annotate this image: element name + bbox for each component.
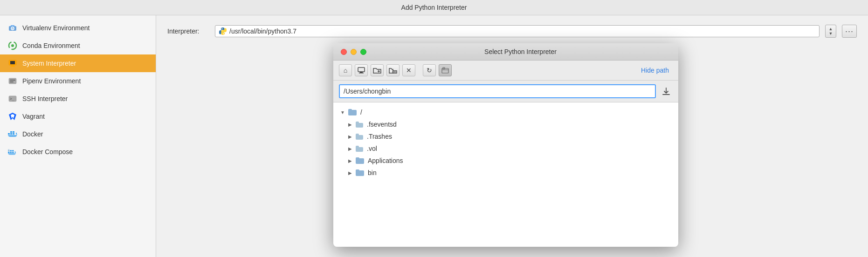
select-interpreter-dialog: Select Python Interpreter ⌂ — [333, 43, 678, 247]
svg-point-18 — [16, 133, 17, 134]
more-button[interactable]: ··· — [842, 25, 857, 38]
svg-point-3 — [11, 44, 14, 47]
sidebar-item-pipenv-label: Pipenv Environment — [22, 77, 81, 85]
sidebar-item-system[interactable]: System Interpreter — [0, 54, 156, 72]
sidebar-item-vagrant-label: Vagrant — [22, 113, 45, 120]
tree-item-vol[interactable]: ▶ .vol — [335, 142, 676, 155]
tree-arrow-trashes: ▶ — [346, 133, 354, 140]
sidebar-item-vagrant[interactable]: Vagrant — [0, 108, 156, 125]
tree-label-bin: bin — [368, 169, 377, 176]
svg-rect-30 — [360, 72, 363, 73]
svg-rect-6 — [11, 65, 14, 66]
tree-label-root: / — [360, 108, 362, 116]
maximize-button[interactable] — [360, 49, 366, 55]
tree-arrow-applications: ▶ — [346, 157, 354, 164]
folder-icon-fseventsd — [356, 122, 363, 128]
interpreter-label: Interpreter: — [167, 27, 209, 35]
path-input[interactable] — [339, 84, 656, 98]
tree-label-fseventsd: .fseventsd — [367, 121, 397, 128]
sidebar-item-ssh-label: SSH Interpreter — [22, 95, 68, 102]
main-content: Virtualenv Environment Conda Environment — [0, 15, 868, 257]
svg-rect-26 — [8, 149, 10, 150]
vagrant-icon — [7, 111, 18, 122]
right-panel: Interpreter: ▲ ▼ — [156, 15, 868, 257]
svg-rect-13 — [8, 133, 10, 135]
desktop-toolbar-button[interactable] — [355, 64, 368, 76]
modal-toolbar: ⌂ — [333, 61, 678, 81]
svg-rect-5 — [10, 61, 15, 64]
sidebar-item-pipenv[interactable]: Pipenv Environment — [0, 72, 156, 90]
sidebar-item-ssh[interactable]: >_ SSH Interpreter — [0, 90, 156, 108]
svg-text:>_: >_ — [10, 97, 14, 101]
sidebar-item-conda[interactable]: Conda Environment — [0, 37, 156, 54]
ssh-icon: >_ — [7, 94, 18, 104]
tree-label-applications: Applications — [368, 157, 403, 164]
tree-item-trashes[interactable]: ▶ .Trashes — [335, 130, 676, 142]
svg-rect-23 — [12, 150, 14, 152]
tree-item-applications[interactable]: ▶ Applications — [335, 155, 676, 167]
minimize-button[interactable] — [351, 49, 357, 55]
svg-rect-31 — [359, 73, 364, 74]
main-title-bar: Add Python Interpreter — [0, 0, 868, 15]
pipenv-icon — [7, 76, 18, 86]
tree-label-trashes: .Trashes — [367, 133, 392, 140]
sidebar: Virtualenv Environment Conda Environment — [0, 15, 156, 257]
spinner-button[interactable]: ▲ ▼ — [825, 25, 836, 38]
tree-item-fseventsd[interactable]: ▶ .fseventsd — [335, 118, 676, 130]
refresh-toolbar-button[interactable]: ↻ — [423, 64, 436, 76]
svg-rect-14 — [10, 133, 12, 135]
sidebar-item-docker-compose[interactable]: Docker Compose — [0, 143, 156, 161]
svg-rect-22 — [10, 150, 12, 152]
sidebar-item-docker-label: Docker — [22, 130, 43, 138]
download-button[interactable] — [660, 85, 673, 98]
tree-arrow-bin: ▶ — [346, 169, 354, 176]
folder-icon-root — [348, 109, 357, 115]
tree-item-root[interactable]: ▼ / — [335, 106, 676, 118]
link-toolbar-button[interactable] — [439, 64, 452, 76]
modal-title-bar: Select Python Interpreter — [333, 43, 678, 61]
svg-point-24 — [15, 151, 16, 152]
delete-toolbar-button[interactable]: ✕ — [402, 64, 415, 76]
svg-rect-8 — [9, 78, 16, 84]
sidebar-item-docker-compose-label: Docker Compose — [22, 148, 73, 156]
svg-rect-21 — [12, 152, 14, 153]
folder-icon-trashes — [356, 134, 363, 140]
svg-rect-15 — [13, 133, 14, 135]
docker-compose-icon — [7, 147, 18, 157]
folder-icon-applications — [356, 157, 364, 164]
tree-item-bin[interactable]: ▶ bin — [335, 167, 676, 179]
sidebar-item-docker[interactable]: Docker — [0, 125, 156, 143]
interpreter-input-wrapper — [215, 25, 820, 37]
folder-icon-vol — [356, 146, 363, 152]
home-toolbar-button[interactable]: ⌂ — [339, 64, 352, 76]
svg-rect-16 — [10, 131, 12, 133]
path-row — [333, 81, 678, 102]
python-file-icon — [219, 27, 227, 35]
hide-path-button[interactable]: Hide path — [637, 65, 673, 76]
main-window-title: Add Python Interpreter — [401, 4, 467, 11]
interpreter-path-input[interactable] — [229, 27, 815, 35]
svg-point-27 — [222, 28, 223, 29]
folder-icon-bin — [356, 169, 364, 176]
svg-rect-19 — [8, 152, 10, 153]
svg-rect-29 — [358, 68, 365, 72]
modal-title: Select Python Interpreter — [370, 48, 671, 55]
svg-point-28 — [223, 34, 224, 34]
tree-arrow-root: ▼ — [339, 108, 346, 116]
sidebar-item-system-label: System Interpreter — [22, 60, 76, 67]
new-folder-alt-toolbar-button[interactable] — [386, 64, 400, 76]
interpreter-row: Interpreter: ▲ ▼ — [167, 25, 857, 38]
conda-icon — [7, 41, 18, 51]
close-button[interactable] — [341, 49, 347, 55]
svg-rect-17 — [13, 131, 14, 133]
sidebar-item-virtualenv-label: Virtualenv Environment — [22, 24, 90, 32]
sidebar-item-conda-label: Conda Environment — [22, 42, 80, 49]
svg-rect-25 — [8, 150, 10, 151]
tree-arrow-vol: ▶ — [346, 145, 354, 152]
sidebar-item-virtualenv[interactable]: Virtualenv Environment — [0, 19, 156, 37]
tree-label-vol: .vol — [367, 145, 377, 152]
docker-icon — [7, 129, 18, 139]
main-window: Add Python Interpreter Virtualenv Enviro… — [0, 0, 868, 257]
system-icon — [7, 58, 18, 68]
new-folder-toolbar-button[interactable] — [371, 64, 384, 76]
